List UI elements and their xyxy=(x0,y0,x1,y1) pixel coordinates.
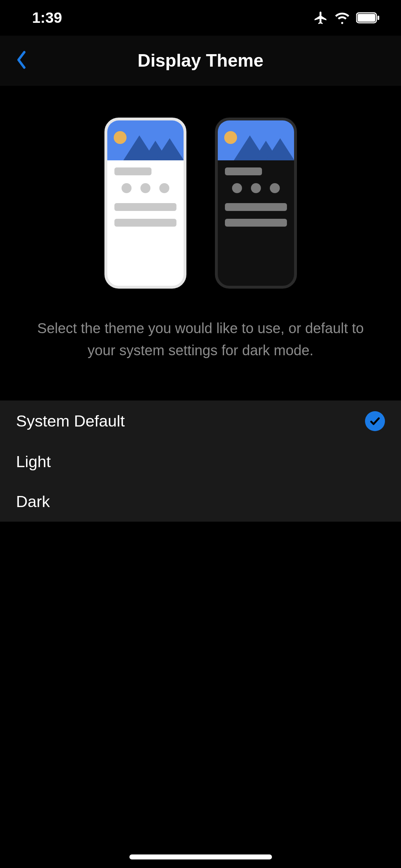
back-button[interactable] xyxy=(11,50,32,71)
checkmark-icon xyxy=(365,411,385,431)
theme-illustration xyxy=(0,86,401,289)
option-label: Dark xyxy=(16,492,50,511)
status-time: 1:39 xyxy=(32,9,62,26)
page-title: Display Theme xyxy=(138,50,263,71)
battery-icon xyxy=(356,12,380,24)
light-theme-preview xyxy=(104,118,186,289)
option-system-default[interactable]: System Default xyxy=(0,401,401,442)
status-bar: 1:39 xyxy=(0,0,401,36)
home-indicator[interactable] xyxy=(129,854,272,859)
option-dark[interactable]: Dark xyxy=(0,482,401,522)
option-label: System Default xyxy=(16,412,125,430)
description-text: Select the theme you would like to use, … xyxy=(0,317,401,361)
navigation-bar: Display Theme xyxy=(0,36,401,86)
theme-options-list: System Default Light Dark xyxy=(0,401,401,522)
status-icons xyxy=(313,10,380,25)
wifi-icon xyxy=(335,10,350,25)
option-label: Light xyxy=(16,453,51,471)
svg-rect-1 xyxy=(358,14,375,22)
svg-rect-2 xyxy=(377,16,379,20)
chevron-left-icon xyxy=(15,50,28,71)
dark-theme-preview xyxy=(215,118,297,289)
airplane-mode-icon xyxy=(313,10,328,25)
option-light[interactable]: Light xyxy=(0,442,401,482)
